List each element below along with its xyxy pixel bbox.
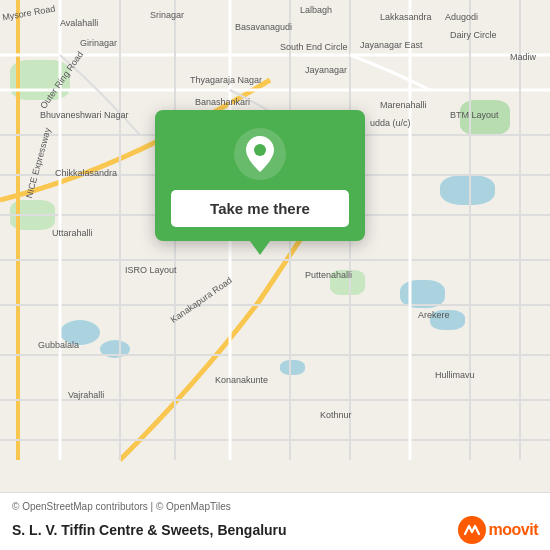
road-network (0, 0, 550, 550)
moovit-icon (458, 516, 486, 544)
moovit-logo: moovit (458, 516, 538, 544)
map-background: Mysore RoadAvalahalliSrinagarLalbaghLakk… (0, 0, 550, 550)
map-attribution: © OpenStreetMap contributors | © OpenMap… (12, 501, 538, 512)
take-me-there-button[interactable]: Take me there (171, 190, 349, 227)
location-pin-icon (234, 128, 286, 180)
map-container: Mysore RoadAvalahalliSrinagarLalbaghLakk… (0, 0, 550, 550)
place-name-row: S. L. V. Tiffin Centre & Sweets, Bengalu… (12, 516, 538, 544)
location-popup: Take me there (155, 110, 365, 241)
moovit-brand-text: moovit (489, 521, 538, 539)
place-name: S. L. V. Tiffin Centre & Sweets, Bengalu… (12, 522, 287, 538)
footer: © OpenStreetMap contributors | © OpenMap… (0, 492, 550, 550)
svg-point-20 (254, 144, 266, 156)
